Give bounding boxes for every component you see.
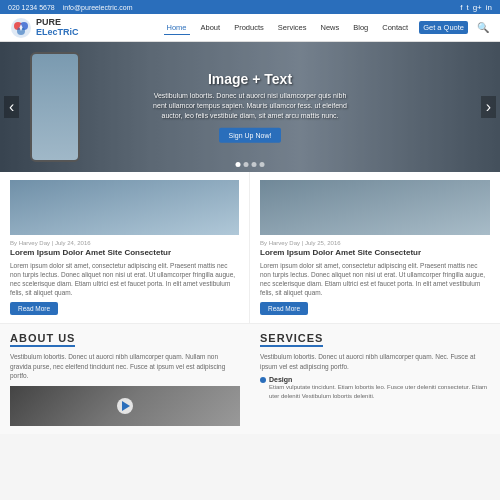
nav-quote[interactable]: Get a Quote	[419, 21, 468, 34]
nav-contact[interactable]: Contact	[379, 21, 411, 34]
hero-subtitle: Vestibulum lobortis. Donec ut auorci nis…	[150, 91, 350, 120]
post-2-title: Lorem Ipsum Dolor Amet Site Consectetur	[260, 248, 490, 258]
nav-about[interactable]: About	[198, 21, 224, 34]
phone-number[interactable]: 020 1234 5678	[8, 4, 55, 11]
posts-section: By Harvey Day | July 24, 2016 Lorem Ipsu…	[0, 172, 500, 323]
phone-mockup	[30, 52, 80, 162]
about-text: Vestibulum lobortis. Donec ut auorci nib…	[10, 352, 240, 381]
hero-dot-1[interactable]	[236, 162, 241, 167]
about-section: ABOUT US Vestibulum lobortis. Donec ut a…	[0, 324, 250, 434]
logo-text: PURE ELecTRiC	[36, 18, 79, 38]
hero-slider: Image + Text Vestibulum lobortis. Donec …	[0, 42, 500, 172]
top-bar-contact: 020 1234 5678 info@pureelectric.com	[8, 4, 132, 11]
search-icon[interactable]: 🔍	[476, 21, 490, 35]
services-intro: Vestibulum lobortis. Donec ut auorci nib…	[260, 352, 490, 372]
logo-line2: ELecTRiC	[36, 28, 79, 38]
service-design-content: Design Etiam vulputate tincidunt. Etiam …	[269, 376, 490, 400]
service-design-name: Design	[269, 376, 490, 383]
nav-blog[interactable]: Blog	[350, 21, 371, 34]
logo-icon	[10, 17, 32, 39]
post-1: By Harvey Day | July 24, 2016 Lorem Ipsu…	[0, 172, 250, 323]
googleplus-icon[interactable]: g+	[473, 3, 482, 12]
linkedin-icon[interactable]: in	[486, 3, 492, 12]
nav-news[interactable]: News	[318, 21, 343, 34]
services-title: SERVICES	[260, 332, 323, 347]
post-2-image	[260, 180, 490, 235]
facebook-icon[interactable]: f	[460, 3, 462, 12]
post-1-read-more[interactable]: Read More	[10, 302, 58, 315]
about-title: ABOUT US	[10, 332, 75, 347]
post-2: By Harvey Day | July 25, 2016 Lorem Ipsu…	[250, 172, 500, 323]
main-nav: Home About Products Services News Blog C…	[164, 21, 491, 35]
email-address[interactable]: info@pureelectric.com	[63, 4, 133, 11]
hero-dot-3[interactable]	[252, 162, 257, 167]
post-1-meta: By Harvey Day | July 24, 2016	[10, 240, 239, 246]
post-2-meta: By Harvey Day | July 25, 2016	[260, 240, 490, 246]
hero-title: Image + Text	[150, 71, 350, 87]
post-2-text: Lorem ipsum dolor sit amet, consectetur …	[260, 261, 490, 297]
twitter-icon[interactable]: t	[466, 3, 468, 12]
service-design-desc: Etiam vulputate tincidunt. Etiam loborti…	[269, 383, 490, 400]
hero-content: Image + Text Vestibulum lobortis. Donec …	[150, 71, 350, 143]
hero-next-arrow[interactable]: ›	[481, 96, 496, 118]
service-dot	[260, 377, 266, 383]
hero-dot-2[interactable]	[244, 162, 249, 167]
post-1-image	[10, 180, 239, 235]
post-1-title: Lorem Ipsum Dolor Amet Site Consectetur	[10, 248, 239, 258]
hero-dots	[236, 162, 265, 167]
service-design: Design Etiam vulputate tincidunt. Etiam …	[260, 376, 490, 400]
hero-signup-button[interactable]: Sign Up Now!	[219, 128, 282, 143]
logo[interactable]: PURE ELecTRiC	[10, 17, 79, 39]
hero-prev-arrow[interactable]: ‹	[4, 96, 19, 118]
post-1-text: Lorem ipsum dolor sit amet, consectetur …	[10, 261, 239, 297]
nav-services[interactable]: Services	[275, 21, 310, 34]
about-image	[10, 386, 240, 426]
post-2-read-more[interactable]: Read More	[260, 302, 308, 315]
hero-dot-4[interactable]	[260, 162, 265, 167]
services-section: SERVICES Vestibulum lobortis. Donec ut a…	[250, 324, 500, 434]
site-header: PURE ELecTRiC Home About Products Servic…	[0, 14, 500, 42]
services-list: Design Etiam vulputate tincidunt. Etiam …	[260, 376, 490, 400]
social-icons: f t g+ in	[460, 3, 492, 12]
nav-products[interactable]: Products	[231, 21, 267, 34]
top-bar: 020 1234 5678 info@pureelectric.com f t …	[0, 0, 500, 14]
nav-home[interactable]: Home	[164, 21, 190, 35]
about-services-section: ABOUT US Vestibulum lobortis. Donec ut a…	[0, 323, 500, 434]
